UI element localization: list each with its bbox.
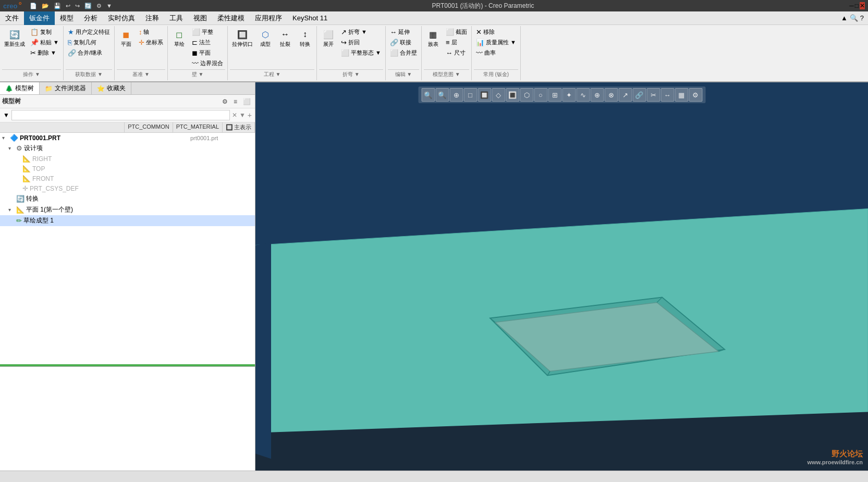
copy-btn[interactable]: 📋复制 [28,27,61,37]
tab-file-browser[interactable]: 📁文件浏览器 [40,82,92,94]
view-mgr-btn[interactable]: ⊕ [590,88,604,102]
connect-btn[interactable]: 🔗联接 [388,38,419,47]
tree-item-sketch1[interactable]: ✏ 草绘成型 1 [0,215,255,226]
merge-wall-btn[interactable]: ⬜合并壁 [388,48,419,58]
flange-btn[interactable]: ⊏法兰 [190,38,225,47]
viewport[interactable]: 🔍 🔍 ⊕ □ 🔲 ◇ 🔳 ⬡ ○ ⊞ ✦ ∿ ⊕ ⊗ ↗ 🔗 ✂ ↔ ▦ ⚙ [255,82,868,471]
open-btn[interactable]: 📂 [40,2,51,10]
clear-search-btn[interactable]: ✕ [232,112,237,119]
view-style-btn[interactable]: ◇ [492,88,505,102]
unfold-btn[interactable]: ⬜ 展开 [319,27,338,49]
settings-icon[interactable]: ⚙ [220,97,230,106]
minimize-button[interactable]: ─ [849,2,854,9]
menu-model[interactable]: 模型 [55,11,79,25]
new-btn[interactable]: 📄 [28,2,39,10]
convert-btn[interactable]: ↕ 转换 [296,27,314,49]
menu-applications[interactable]: 应用程序 [250,11,287,25]
render-btn[interactable]: ○ [534,88,547,102]
regen-btn[interactable]: 🔄 [83,2,93,10]
extend-btn[interactable]: ↔延伸 [388,27,419,37]
link-btn[interactable]: 🔗 [632,88,646,102]
save-btn[interactable]: 💾 [52,2,63,10]
curvature-btn[interactable]: 〰曲率 [474,48,518,58]
regenerate-btn[interactable]: 🔄 重新生成 [2,27,27,49]
search-input[interactable] [11,110,230,120]
zoom-in-btn[interactable]: 🔍 [421,88,435,102]
bend-btn[interactable]: ↗折弯 ▼ [339,27,383,37]
tree-item-front[interactable]: 📐 FRONT [0,174,255,183]
columns-icon[interactable]: ≡ [231,97,239,106]
menu-tools[interactable]: 工具 [164,11,188,25]
unbend-btn[interactable]: ↪折回 [339,38,383,47]
user-def-feature-btn[interactable]: ★用户定义特征 [66,27,112,37]
datum-display-btn[interactable]: ⊞ [548,88,561,102]
extrude-cut-btn[interactable]: 🔲 拉伸切口 [230,27,255,49]
remove-btn[interactable]: ✕移除 [474,27,518,37]
ribbon-collapse-btn[interactable]: ▲ [841,14,848,22]
axis-btn[interactable]: ↕轴 [137,27,165,37]
tree-item-root[interactable]: ▾ 🔷 PRT0001.PRT prt0001.prt [0,133,255,143]
view-shade-btn[interactable]: ⬡ [520,88,533,102]
redo-btn[interactable]: ↪ [74,2,81,10]
tab-favorites[interactable]: ⭐收藏夹 [92,82,131,94]
menu-sheetmetal[interactable]: 钣金件 [24,11,55,25]
undo-btn[interactable]: ↩ [64,2,72,10]
close-button[interactable]: ✕ [860,2,865,9]
view-section-btn[interactable]: 🔳 [506,88,519,102]
csys-btn[interactable]: ✛坐标系 [137,38,165,47]
copy-geo-btn[interactable]: ⎘复制几何 [66,38,112,47]
measure-btn[interactable]: ↔ [661,88,674,102]
menu-analysis[interactable]: 分析 [79,11,103,25]
flat-btn[interactable]: ⬜平整 [190,27,225,37]
tab-model-tree[interactable]: 🌲模型树 [0,82,40,94]
fit-btn[interactable]: ⊕ [449,88,463,102]
merge-inherit-btn[interactable]: 🔗合并/继承 [66,48,112,58]
scissors-btn[interactable]: ✂ [646,88,660,102]
tree-item-design[interactable]: ▾ ⚙ 设计项 [0,143,255,154]
menu-flexible[interactable]: 柔性建模 [212,11,250,25]
watermark-sub: www.proewildfire.cn [807,459,863,465]
menu-file[interactable]: 文件 [0,11,24,25]
help-btn[interactable]: ? [860,14,864,22]
form-btn[interactable]: ⬡ 成型 [256,27,275,49]
creo-view-btn[interactable]: ⊗ [604,88,618,102]
delete-btn[interactable]: ✂删除 ▼ [28,48,61,58]
view-orient-btn[interactable]: 🔲 [478,88,491,102]
view-named-btn[interactable]: □ [463,88,477,102]
tree-item-convert[interactable]: 🔄 转换 [0,193,255,204]
menu-keyshot[interactable]: KeyShot 11 [287,12,333,24]
tree-item-top[interactable]: 📐 TOP [0,164,255,174]
table-btn[interactable]: ▦ [675,88,688,102]
family-table-btn[interactable]: ▦ 族表 [424,27,443,49]
flat-pattern-btn[interactable]: ⬜平整形态 ▼ [339,48,383,58]
tree-item-right[interactable]: 📐 RIGHT [0,154,255,164]
gear2-btn[interactable]: ⚙ [689,88,702,102]
dimension-btn[interactable]: ↔尺寸 [444,48,469,58]
maximize-button[interactable]: □ [855,2,859,9]
plane-btn[interactable]: ◼ 平面 [117,27,136,49]
tools-btn[interactable]: ⚙ [95,2,103,10]
expand-icon[interactable]: ⬜ [241,97,253,106]
annotation-display-btn[interactable]: ✦ [562,88,576,102]
more-btn[interactable]: ▼ [105,2,114,9]
menu-annotation[interactable]: 注释 [140,11,164,25]
tree-item-csys[interactable]: ✛ PRT_CSYS_DEF [0,183,255,193]
paste-btn[interactable]: 📌粘贴 ▼ [28,38,61,47]
tree-item-plane1[interactable]: ▾ 📐 平面 1(第一个壁) [0,204,255,215]
sketch-wall-btn[interactable]: ◻ 草绘 [170,27,189,49]
boundary-blend-btn[interactable]: 〰边界混合 [190,58,225,68]
layer-btn[interactable]: ≡层 [444,38,469,47]
menu-simulation[interactable]: 实时仿真 [103,11,140,25]
ribbon-group-operations: 🔄 重新生成 📋复制 📌粘贴 ▼ ✂删除 ▼ 操作 ▼ [0,26,64,80]
mass-props-btn[interactable]: 📊质量属性 ▼ [474,38,518,47]
spin-btn[interactable]: ∿ [576,88,590,102]
search-options-btn[interactable]: ▼ [239,112,246,119]
flat-wall-btn[interactable]: ◼平面 [190,48,225,58]
help-search-btn[interactable]: 🔍 [850,14,858,22]
section-btn[interactable]: ⬜截面 [444,27,469,37]
zoom-out-btn[interactable]: 🔍 [435,88,449,102]
tear-btn[interactable]: ↔ 扯裂 [276,27,295,49]
arrow-btn[interactable]: ↗ [618,88,632,102]
add-filter-btn[interactable]: + [248,111,252,119]
menu-view[interactable]: 视图 [188,11,212,25]
